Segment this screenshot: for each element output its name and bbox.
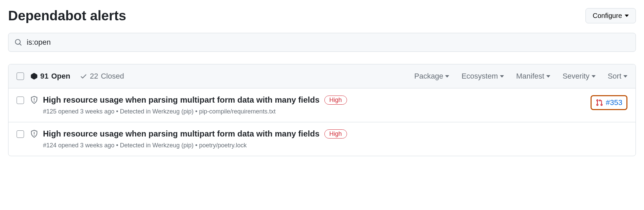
caret-down-icon xyxy=(592,75,596,78)
alert-icon xyxy=(30,72,38,80)
severity-badge: High xyxy=(324,129,347,139)
shield-alert-icon xyxy=(30,130,38,138)
filter-sort-label: Sort xyxy=(608,72,621,81)
select-alert-checkbox[interactable] xyxy=(17,97,24,104)
select-alert-checkbox[interactable] xyxy=(17,130,24,138)
severity-badge: High xyxy=(324,96,347,105)
configure-label: Configure xyxy=(593,12,622,20)
filter-severity[interactable]: Severity xyxy=(562,72,595,81)
tab-open[interactable]: 91 Open xyxy=(30,72,70,81)
caret-down-icon xyxy=(625,15,629,17)
filter-sort[interactable]: Sort xyxy=(608,72,627,81)
check-icon xyxy=(80,72,87,80)
caret-down-icon xyxy=(500,75,504,78)
alert-title-link[interactable]: High resource usage when parsing multipa… xyxy=(43,95,320,105)
alert-row: High resource usage when parsing multipa… xyxy=(8,122,636,156)
pr-link[interactable]: #353 xyxy=(591,95,627,110)
filter-manifest[interactable]: Manifest xyxy=(516,72,550,81)
closed-label: Closed xyxy=(101,72,124,81)
alert-meta: #125 opened 3 weeks ago • Detected in We… xyxy=(43,108,591,115)
caret-down-icon xyxy=(623,75,627,78)
caret-down-icon xyxy=(546,75,550,78)
page-title: Dependabot alerts xyxy=(8,8,126,23)
table-header: 91 Open 22 Closed Package Ecosystem Man xyxy=(8,64,636,88)
filter-manifest-label: Manifest xyxy=(516,72,544,81)
search-container[interactable] xyxy=(8,33,636,52)
search-input[interactable] xyxy=(27,38,629,47)
filter-ecosystem-label: Ecosystem xyxy=(461,72,498,81)
alerts-table: 91 Open 22 Closed Package Ecosystem Man xyxy=(8,64,636,156)
pull-request-icon xyxy=(596,99,603,106)
filter-severity-label: Severity xyxy=(562,72,589,81)
alert-row: High resource usage when parsing multipa… xyxy=(8,88,636,122)
svg-point-3 xyxy=(34,135,34,135)
closed-count: 22 xyxy=(90,72,98,81)
open-count: 91 xyxy=(40,72,48,81)
configure-button[interactable]: Configure xyxy=(585,8,636,23)
svg-point-1 xyxy=(34,101,34,102)
caret-down-icon xyxy=(445,75,449,78)
filter-ecosystem[interactable]: Ecosystem xyxy=(461,72,504,81)
filter-package-label: Package xyxy=(414,72,443,81)
alert-title-link[interactable]: High resource usage when parsing multipa… xyxy=(43,129,320,139)
filter-package[interactable]: Package xyxy=(414,72,450,81)
search-icon xyxy=(15,39,22,46)
pr-number: #353 xyxy=(606,98,622,107)
open-label: Open xyxy=(51,72,70,81)
alert-meta: #124 opened 3 weeks ago • Detected in We… xyxy=(43,142,627,149)
tab-closed[interactable]: 22 Closed xyxy=(80,72,124,81)
select-all-checkbox[interactable] xyxy=(17,72,24,80)
shield-alert-icon xyxy=(30,96,38,104)
